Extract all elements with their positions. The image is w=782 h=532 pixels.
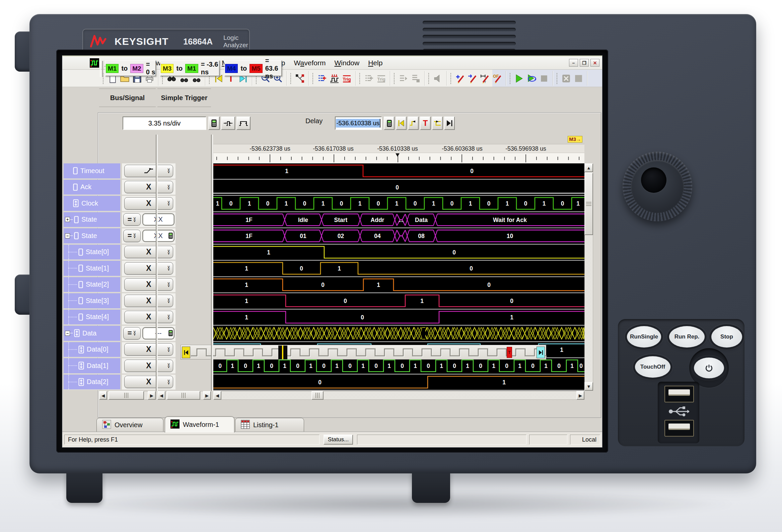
signal-row-state[interactable]: −State xyxy=(64,228,120,244)
trig-toolbar-button[interactable]: Trig xyxy=(341,72,353,85)
trig-col-scroll-left[interactable]: ◀ xyxy=(157,391,166,400)
prev-edge-button[interactable] xyxy=(408,116,419,130)
signal-row-state[interactable]: +State xyxy=(64,212,120,228)
expand-icon[interactable]: + xyxy=(65,217,70,222)
column-divider-2[interactable] xyxy=(211,135,213,391)
signal-row-ack[interactable]: Ack xyxy=(64,180,120,195)
next-edge-button[interactable] xyxy=(432,116,443,130)
marker-measure-m4-m5[interactable]: M4toM5= 63.6 ns xyxy=(224,60,282,76)
collapse-icon[interactable]: − xyxy=(65,233,70,238)
waveform-hscrollbar[interactable] xyxy=(213,391,584,400)
signal-row-state3[interactable]: State[3] xyxy=(64,293,120,309)
menu-waveform[interactable]: Waveform xyxy=(290,59,330,67)
trigger-dropdown[interactable]: X∨∨ xyxy=(124,311,173,323)
restore-button[interactable]: ❐ xyxy=(580,59,589,67)
stop-hard-button[interactable]: Stop xyxy=(711,326,742,347)
trig-col-hthumb[interactable] xyxy=(167,391,200,400)
bus-col-hthumb[interactable] xyxy=(108,391,144,400)
wave-row-ack[interactable]: 0 xyxy=(213,180,584,196)
vscroll-thumb[interactable] xyxy=(584,173,593,235)
setup-list-toolbar-button[interactable] xyxy=(316,72,328,85)
trigger-operator-dropdown[interactable]: =∨∨ xyxy=(123,213,141,226)
delay-keypad-button[interactable] xyxy=(384,116,394,130)
trigger-dropdown[interactable]: X∨∨ xyxy=(124,262,173,274)
tab-overview[interactable]: Overview xyxy=(97,418,164,432)
trigger-dropdown[interactable]: ∨∨ xyxy=(124,165,173,177)
trigger-position-marker[interactable]: T xyxy=(507,347,512,358)
tab-waveform-1[interactable]: Waveform-1 xyxy=(165,417,235,432)
zoom-in-scale-button[interactable] xyxy=(221,116,235,130)
signal-row-state1[interactable]: State[1] xyxy=(64,261,120,276)
wave-scroll-left[interactable]: ◀ xyxy=(213,391,221,400)
wave-row-state3[interactable]: 1010 xyxy=(213,293,584,310)
status-button[interactable]: Status... xyxy=(323,434,353,445)
waveform-setup-toolbar-button[interactable] xyxy=(328,72,341,85)
signal-row-data1[interactable]: Data[1] xyxy=(64,358,120,374)
scroll-down-button[interactable]: ▼ xyxy=(584,382,593,391)
trigger-operator-dropdown[interactable]: =∨∨ xyxy=(123,230,141,242)
go-to-end-button[interactable] xyxy=(444,116,455,130)
node-tree-toolbar-button[interactable] xyxy=(294,72,306,85)
run-single-hard-button[interactable]: RunSingle xyxy=(627,326,661,347)
wave-row-state0[interactable]: 10 xyxy=(213,245,584,261)
nav-begin-button[interactable] xyxy=(182,346,190,358)
wave-row-state4[interactable]: 101 xyxy=(213,310,584,326)
marker-measure-m1-m2[interactable]: M1toM2= 0 s xyxy=(105,60,156,76)
close-button[interactable]: ✕ xyxy=(591,59,600,67)
tab-listing-1[interactable]: Listing-1 xyxy=(235,418,304,432)
signal-row-state4[interactable]: State[4] xyxy=(64,310,120,326)
signal-row-data0[interactable]: Data[0] xyxy=(64,342,120,358)
pencil-goto-toolbar-button[interactable] xyxy=(466,72,478,85)
trigger-operator-dropdown[interactable]: =∨∨ xyxy=(123,327,141,340)
trigger-value-input[interactable]: --- xyxy=(142,327,175,340)
signal-row-clock[interactable]: Clock xyxy=(64,196,120,212)
wave-row-state1[interactable]: 1010 xyxy=(213,261,584,277)
column-divider-1[interactable] xyxy=(156,135,158,391)
trigger-dropdown[interactable]: X∨∨ xyxy=(124,376,173,388)
run-rep-hard-button[interactable]: Run Rep. xyxy=(669,326,705,347)
time-ruler[interactable] xyxy=(213,153,584,163)
trigger-dropdown[interactable]: X∨∨ xyxy=(124,246,173,258)
marker-measure-m3-m1[interactable]: M3toM1= -3.6 ns xyxy=(160,60,220,76)
m3-marker-badge[interactable]: M3→ xyxy=(568,136,582,143)
power-button[interactable] xyxy=(694,357,724,378)
keypad-icon[interactable] xyxy=(169,330,173,337)
wave-row-timeout[interactable]: 10 xyxy=(213,163,584,180)
wave-row-data1[interactable]: 01010101010101010101010101010 xyxy=(213,358,584,375)
trigger-dropdown[interactable]: X∨∨ xyxy=(124,278,173,291)
run-repetitive-toolbar-button[interactable] xyxy=(526,72,538,85)
acquisition-overview-strip[interactable]: T xyxy=(180,345,546,359)
signal-row-data[interactable]: −Data xyxy=(64,326,120,342)
go-to-trigger-button[interactable]: T xyxy=(420,116,431,130)
wave-row-data2[interactable]: 01 xyxy=(213,375,584,391)
pencil-of-toolbar-button[interactable]: OF xyxy=(491,72,503,85)
wave-row-state[interactable]: 1F0102040810 xyxy=(213,228,584,245)
minimize-button[interactable]: – xyxy=(569,59,578,67)
scale-keypad-button[interactable] xyxy=(208,116,220,130)
trigger-dropdown[interactable]: X∨∨ xyxy=(124,359,173,372)
go-to-start-button[interactable] xyxy=(396,116,406,130)
signal-row-timeout[interactable]: Timeout xyxy=(64,163,120,179)
bus-col-scroll-right[interactable]: ▶ xyxy=(148,391,156,400)
wave-row-clock[interactable]: 101010101010101010101 xyxy=(213,196,584,212)
wave-row-data[interactable] xyxy=(213,326,584,342)
scale-input[interactable]: 3.35 ns/div xyxy=(122,116,206,130)
nav-end-button[interactable] xyxy=(536,346,545,358)
signal-row-data2[interactable]: Data[2] xyxy=(64,375,120,390)
bus-col-scroll-left[interactable]: ◀ xyxy=(99,391,107,400)
zoom-out-scale-button[interactable] xyxy=(237,116,250,130)
delay-input[interactable]: -536.610338 us xyxy=(335,116,382,130)
trigger-dropdown[interactable]: X∨∨ xyxy=(124,295,173,307)
signal-row-state2[interactable]: State[2] xyxy=(64,277,120,293)
wave-row-state2[interactable]: 1010 xyxy=(213,277,584,294)
trigger-dropdown[interactable]: X∨∨ xyxy=(124,197,173,210)
pencil-width-toolbar-button[interactable]: T xyxy=(478,72,491,85)
trigger-dropdown[interactable]: X∨∨ xyxy=(124,343,173,355)
view-position-marker[interactable] xyxy=(278,345,287,359)
signal-row-state0[interactable]: State[0] xyxy=(64,245,120,261)
trigger-dropdown[interactable]: X∨∨ xyxy=(124,181,173,193)
marker-bar-grip[interactable] xyxy=(100,61,103,77)
menu-help[interactable]: Help xyxy=(364,59,387,67)
touch-off-hard-button[interactable]: TouchOff xyxy=(635,356,671,378)
scroll-up-button[interactable]: ▲ xyxy=(584,163,593,172)
